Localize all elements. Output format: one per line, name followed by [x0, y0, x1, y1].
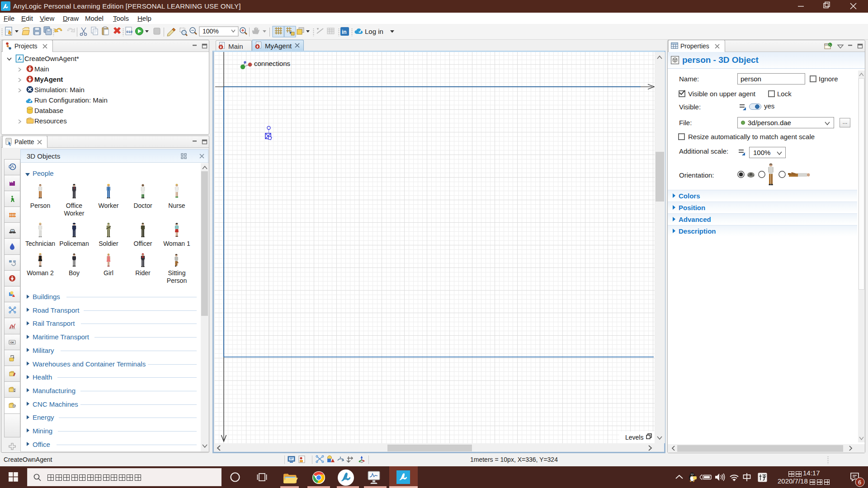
svg-text:in: in — [342, 29, 347, 35]
svg-text:OK: OK — [10, 341, 14, 344]
svg-text:Log in: Log in — [365, 28, 383, 35]
svg-text:010: 010 — [127, 30, 133, 34]
svg-text:Levels: Levels — [625, 434, 643, 441]
svg-text:100%: 100% — [203, 28, 219, 35]
svg-text:6: 6 — [858, 479, 861, 486]
svg-text:connections: connections — [254, 60, 290, 67]
